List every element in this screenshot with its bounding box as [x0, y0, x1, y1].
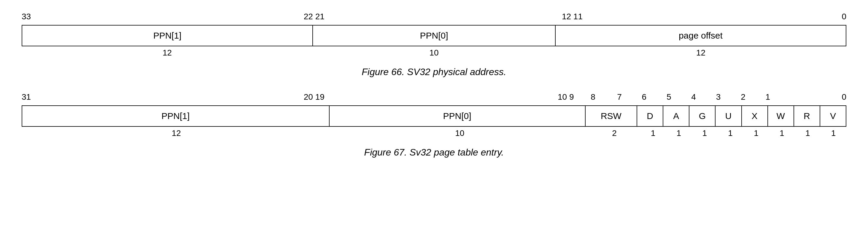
- bit-label-20-19: 20 19: [304, 92, 324, 102]
- width-x: 1: [743, 128, 769, 138]
- bit-label-5: 5: [666, 92, 671, 102]
- bit-label-33: 33: [22, 12, 31, 21]
- width-ppn1-pa: 12: [22, 48, 313, 58]
- width-w: 1: [769, 128, 795, 138]
- width-r: 1: [795, 128, 820, 138]
- field-ppn1-pte: PPN[1]: [22, 106, 330, 126]
- bit-label-4: 4: [691, 92, 696, 102]
- field-rsw: RSW: [586, 106, 637, 126]
- figure67-bit-labels: 31 20 19 10 9 8 7 6 5 4 3 2 1 0: [22, 92, 846, 104]
- width-offset-pa: 12: [555, 48, 846, 58]
- figure66-section: 33 22 21 12 11 0 PPN[1] PPN[0] page offs…: [22, 12, 846, 78]
- bit-label-8: 8: [591, 92, 595, 102]
- field-page-offset: page offset: [556, 26, 846, 46]
- bit-label-2: 2: [741, 92, 745, 102]
- field-a: A: [663, 106, 689, 126]
- field-ppn0-pte: PPN[0]: [330, 106, 586, 126]
- bit-label-1: 1: [766, 92, 770, 102]
- field-d: D: [637, 106, 663, 126]
- width-u: 1: [718, 128, 743, 138]
- width-g: 1: [692, 128, 718, 138]
- field-w: W: [768, 106, 794, 126]
- bit-label-0-pte: 0: [842, 92, 846, 102]
- figure67-widths-row: 12 10 2 1 1 1 1 1 1 1 1: [22, 128, 846, 138]
- figure67-fields-row: PPN[1] PPN[0] RSW D A G U X W R V: [22, 106, 846, 127]
- field-u: U: [715, 106, 742, 126]
- figure67-section: 31 20 19 10 9 8 7 6 5 4 3 2 1 0 PPN[1] P…: [22, 92, 846, 158]
- field-r: R: [794, 106, 820, 126]
- figure66-caption: Figure 66. SV32 physical address.: [22, 66, 846, 78]
- field-ppn1-pa: PPN[1]: [22, 26, 313, 46]
- bit-label-22-21: 22 21: [304, 12, 324, 21]
- bit-label-3: 3: [716, 92, 721, 102]
- width-rsw: 2: [589, 128, 640, 138]
- width-d: 1: [640, 128, 666, 138]
- field-v: V: [820, 106, 846, 126]
- bit-label-7: 7: [617, 92, 622, 102]
- figure66-widths-row: 12 10 12: [22, 48, 846, 58]
- width-ppn1-pte: 12: [22, 128, 331, 138]
- bit-label-12-11: 12 11: [562, 12, 583, 21]
- field-g: G: [689, 106, 715, 126]
- figure66-bit-labels: 33 22 21 12 11 0: [22, 12, 846, 24]
- width-v: 1: [820, 128, 846, 138]
- width-ppn0-pte: 10: [331, 128, 589, 138]
- bit-label-6: 6: [642, 92, 647, 102]
- width-a: 1: [666, 128, 692, 138]
- figure66-fields-row: PPN[1] PPN[0] page offset: [22, 25, 846, 46]
- bit-label-31: 31: [22, 92, 31, 102]
- bit-label-10-9: 10 9: [558, 92, 574, 102]
- figure67-caption: Figure 67. Sv32 page table entry.: [22, 147, 846, 158]
- field-x: X: [742, 106, 768, 126]
- field-ppn0-pa: PPN[0]: [313, 26, 555, 46]
- bit-label-0: 0: [842, 12, 846, 21]
- width-ppn0-pa: 10: [313, 48, 555, 58]
